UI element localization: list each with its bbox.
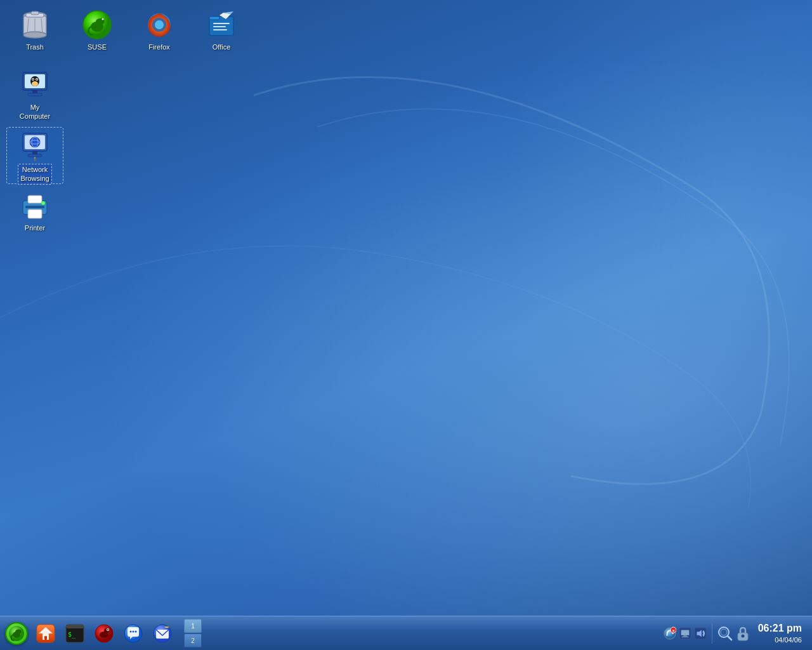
svg-rect-32 (28, 93, 42, 96)
svg-point-66 (135, 630, 137, 632)
firefox-icon-img (144, 10, 174, 40)
network-browsing-label: Network Browsing (18, 164, 51, 185)
svg-point-35 (30, 137, 40, 147)
terminal-button[interactable]: $_ (61, 620, 89, 647)
my-computer-icon-img (20, 70, 50, 100)
kmail-icon (151, 622, 174, 645)
svg-point-47 (43, 202, 44, 204)
svg-point-65 (133, 630, 134, 632)
terminal-icon: $_ (63, 622, 86, 645)
search-tray[interactable] (717, 626, 733, 641)
svg-rect-54 (44, 636, 47, 640)
software-updater-tray[interactable]: ✕ (664, 627, 676, 640)
suse-icon-img (82, 10, 112, 40)
svg-point-50 (15, 629, 22, 633)
suse-label: SUSE (88, 43, 107, 51)
printer-icon-img (20, 190, 50, 221)
svg-rect-22 (213, 29, 227, 30)
svg-point-17 (155, 20, 164, 29)
svg-point-80 (721, 629, 727, 635)
yast-icon (93, 622, 115, 645)
svg-rect-56 (66, 625, 84, 628)
network-browsing-icon-img (20, 131, 50, 161)
svg-rect-19 (209, 17, 219, 20)
suse-menu-icon (5, 622, 28, 645)
trash-icon[interactable]: Trash (6, 6, 63, 63)
trash-label: Trash (26, 43, 44, 51)
system-tray: ✕ (664, 622, 812, 644)
svg-point-29 (32, 79, 34, 80)
virtual-desktop-1[interactable]: 1 (184, 619, 202, 633)
firefox-icon[interactable]: Firefox (131, 6, 188, 63)
svg-rect-7 (31, 11, 39, 15)
lock-tray[interactable] (735, 626, 750, 641)
office-icon-img (206, 10, 237, 40)
svg-point-41 (34, 159, 36, 161)
svg-point-83 (741, 634, 744, 637)
svg-rect-43 (28, 196, 42, 203)
kopete-button[interactable] (119, 620, 147, 647)
volume-tray[interactable] (694, 627, 707, 640)
virtual-desktop-2[interactable]: 2 (184, 633, 202, 647)
svg-point-12 (102, 18, 104, 20)
trash-icon-img (20, 10, 50, 40)
my-computer-label: My Computer (20, 103, 50, 121)
svg-rect-21 (213, 26, 226, 27)
svg-rect-39 (28, 154, 42, 157)
svg-rect-20 (213, 23, 230, 24)
home-button[interactable] (32, 620, 60, 647)
my-computer-icon[interactable]: My Computer (6, 67, 63, 124)
svg-point-30 (36, 79, 37, 80)
svg-rect-45 (25, 206, 44, 208)
suse-icon[interactable]: SUSE (69, 6, 126, 63)
clock[interactable]: 06:21 pm 04/04/06 (753, 622, 807, 644)
svg-rect-76 (681, 636, 688, 637)
virtual-desktops: 1 2 (184, 619, 202, 647)
network-manager-tray[interactable] (679, 627, 691, 640)
network-browsing-icon[interactable]: Network Browsing (6, 127, 63, 184)
firefox-label: Firefox (148, 43, 170, 51)
printer-icon[interactable]: Printer (6, 187, 63, 244)
svg-line-81 (728, 636, 731, 640)
svg-text:$_: $_ (68, 631, 76, 639)
taskbar: $_ (0, 616, 812, 650)
svg-rect-74 (681, 630, 689, 635)
svg-point-26 (32, 81, 38, 86)
tray-separator (712, 623, 712, 644)
home-icon (34, 622, 57, 645)
svg-rect-44 (28, 209, 42, 218)
office-icon[interactable]: Office (193, 6, 250, 63)
svg-point-62 (107, 629, 108, 630)
svg-text:✕: ✕ (672, 628, 675, 632)
yast-button[interactable] (90, 620, 118, 647)
taskbar-left: $_ (0, 616, 179, 650)
kmail-button[interactable] (148, 620, 176, 647)
clock-time: 06:21 pm (758, 622, 802, 635)
office-label: Office (213, 43, 231, 51)
suse-menu-button[interactable] (3, 620, 30, 647)
clock-date: 04/04/06 (758, 635, 802, 644)
svg-point-64 (130, 630, 132, 632)
printer-label: Printer (25, 223, 45, 232)
kopete-icon (122, 622, 145, 645)
